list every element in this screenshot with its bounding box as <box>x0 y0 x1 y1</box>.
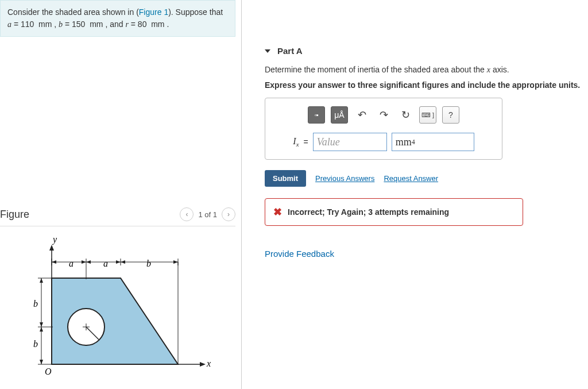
undo-button[interactable]: ↶ <box>354 107 370 123</box>
svg-marker-16 <box>200 362 206 367</box>
right-column: Part A Determine the moment of inertia o… <box>242 0 588 389</box>
left-column: Consider the shaded area shown in (Figur… <box>0 0 242 389</box>
caret-down-icon <box>265 49 270 53</box>
svg-marker-33 <box>40 322 43 327</box>
part-header[interactable]: Part A <box>265 46 582 56</box>
figure-image: y x O a a b b b r <box>0 232 235 389</box>
figure-title: Figure <box>0 209 29 221</box>
figure-link[interactable]: Figure 1 <box>139 7 168 17</box>
equals-sign: = <box>304 137 308 147</box>
svg-marker-25 <box>116 260 121 264</box>
templates-button[interactable]: ▫▪ <box>308 106 325 124</box>
svg-marker-14 <box>49 245 54 251</box>
svg-text:x: x <box>206 359 211 368</box>
svg-marker-32 <box>40 278 43 283</box>
svg-text:b: b <box>33 299 38 309</box>
question-text: Determine the moment of inertia of the s… <box>265 65 582 75</box>
redo-button[interactable]: ↷ <box>376 107 392 123</box>
problem-prefix: Consider the shaded area shown in ( <box>7 7 139 17</box>
reset-button[interactable]: ↻ <box>397 107 413 123</box>
svg-text:y: y <box>52 234 57 245</box>
svg-marker-27 <box>173 260 178 264</box>
svg-marker-34 <box>40 327 43 332</box>
value-input[interactable] <box>313 133 387 151</box>
feedback-message: Incorrect; Try Again; 3 attempts remaini… <box>288 207 449 217</box>
pager-prev-button[interactable]: ‹ <box>180 207 194 221</box>
svg-marker-24 <box>86 260 91 264</box>
problem-suffix: ). Suppose that <box>168 7 223 17</box>
svg-text:a: a <box>69 259 74 268</box>
svg-marker-26 <box>121 260 125 264</box>
formatting-toolbar: ▫▪ μÅ ↶ ↷ ↻ ⌨ ] ? <box>274 106 493 124</box>
svg-text:O: O <box>45 367 52 376</box>
svg-text:b: b <box>33 339 38 349</box>
answer-symbol: Ix <box>293 136 299 148</box>
svg-text:b: b <box>146 259 151 268</box>
svg-marker-35 <box>40 360 43 364</box>
part-title: Part A <box>277 46 303 56</box>
keyboard-button[interactable]: ⌨ ] <box>419 106 436 124</box>
figure-section: Figure ‹ 1 of 1 › y x O a a b <box>0 205 235 389</box>
units-picker-button[interactable]: μÅ <box>331 106 348 124</box>
problem-vars: a = 110 mm , b = 150 mm , and r = 80 mm … <box>7 20 169 29</box>
previous-answers-link[interactable]: Previous Answers <box>315 174 374 183</box>
answer-box: ▫▪ μÅ ↶ ↷ ↻ ⌨ ] ? Ix = mm4 <box>265 98 502 160</box>
provide-feedback-link[interactable]: Provide Feedback <box>265 249 582 259</box>
figure-pager: ‹ 1 of 1 › <box>180 207 235 221</box>
units-input[interactable]: mm4 <box>392 133 474 151</box>
incorrect-icon: ✖ <box>273 206 282 218</box>
svg-marker-22 <box>52 260 56 264</box>
help-button[interactable]: ? <box>442 106 459 124</box>
svg-text:a: a <box>103 259 108 268</box>
pager-next-button[interactable]: › <box>222 207 235 221</box>
submit-button[interactable]: Submit <box>265 170 306 187</box>
svg-marker-23 <box>82 260 86 264</box>
request-answer-link[interactable]: Request Answer <box>384 174 438 183</box>
problem-statement: Consider the shaded area shown in (Figur… <box>0 0 235 37</box>
pager-label: 1 of 1 <box>198 210 217 219</box>
instructions: Express your answer to three significant… <box>265 80 582 90</box>
feedback-box: ✖ Incorrect; Try Again; 3 attempts remai… <box>265 198 523 226</box>
